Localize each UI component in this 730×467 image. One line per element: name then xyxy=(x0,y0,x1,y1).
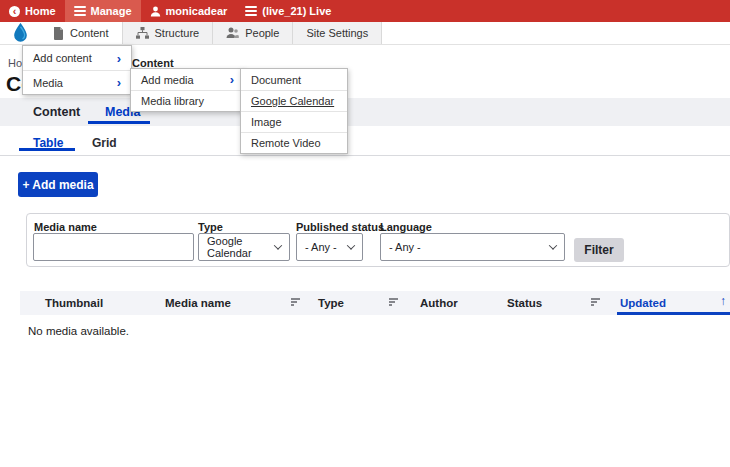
column-header-updated[interactable]: Updated xyxy=(620,297,666,309)
menu-item-add-content-label: Add content xyxy=(33,52,92,64)
toolbar-home-button[interactable]: ‹ Home xyxy=(0,0,65,22)
published-status-label: Published status xyxy=(296,221,384,233)
menu-item-remote-video-label: Remote Video xyxy=(251,137,321,149)
column-header-status[interactable]: Status xyxy=(507,297,542,309)
tab-grid[interactable]: Grid xyxy=(92,136,117,150)
nav-tab-people-label: People xyxy=(245,27,279,39)
file-icon xyxy=(53,27,64,40)
menu-item-google-calendar[interactable]: Google Calendar xyxy=(241,90,347,111)
admin-toolbar: ‹ Home Manage monicadear (live_21) Live xyxy=(0,0,730,22)
type-select-value: Google Calendar xyxy=(207,235,275,259)
sort-asc-icon[interactable]: ↑ xyxy=(720,294,726,308)
menu-item-media-label: Media xyxy=(33,77,63,89)
menu-item-media[interactable]: Media › xyxy=(23,70,131,94)
column-header-type[interactable]: Type xyxy=(318,297,344,309)
add-media-submenu: Document Google Calendar Image Remote Vi… xyxy=(240,68,348,154)
toolbar-user-button[interactable]: monicadear xyxy=(141,0,237,22)
menu-icon xyxy=(74,6,86,16)
column-header-media-name[interactable]: Media name xyxy=(165,297,231,309)
media-submenu: Add media › Media library xyxy=(130,68,245,112)
menu-item-document[interactable]: Document xyxy=(241,69,347,90)
chevron-down-icon xyxy=(549,241,557,249)
published-status-select[interactable]: - Any - xyxy=(296,233,363,261)
nav-tab-structure[interactable]: Structure xyxy=(123,22,214,44)
menu-item-image-label: Image xyxy=(251,116,282,128)
toolbar-home-label: Home xyxy=(25,5,56,17)
layers-icon xyxy=(245,6,257,16)
people-icon xyxy=(226,27,239,39)
sort-icon[interactable] xyxy=(389,298,399,306)
toolbar-manage-button[interactable]: Manage xyxy=(65,0,141,22)
drupal-logo[interactable] xyxy=(0,22,40,44)
menu-item-media-library-label: Media library xyxy=(141,95,204,107)
column-header-thumbnail: Thumbnail xyxy=(45,297,103,309)
add-media-button[interactable]: + Add media xyxy=(18,172,98,197)
type-select[interactable]: Google Calendar xyxy=(198,233,290,261)
nav-tab-site-settings[interactable]: Site Settings xyxy=(293,22,382,44)
subtabs-divider xyxy=(0,155,730,156)
media-name-label: Media name xyxy=(34,221,97,233)
empty-table-message: No media available. xyxy=(28,325,129,337)
filter-form: Media name Type Google Calendar Publishe… xyxy=(26,213,730,267)
chevron-right-icon: › xyxy=(117,52,121,65)
nav-tab-structure-label: Structure xyxy=(155,27,200,39)
filter-button[interactable]: Filter xyxy=(574,238,624,262)
chevron-down-icon xyxy=(347,241,355,249)
sitemap-icon xyxy=(136,27,149,39)
media-name-input[interactable] xyxy=(33,233,194,261)
language-label: Language xyxy=(380,221,432,233)
sort-icon[interactable] xyxy=(291,298,301,306)
nav-tab-people[interactable]: People xyxy=(213,22,293,44)
language-select[interactable]: - Any - xyxy=(380,233,565,261)
menu-item-media-library[interactable]: Media library xyxy=(131,90,244,111)
admin-menu-bar: Content Structure People Site Settings xyxy=(0,22,730,45)
toolbar-user-label: monicadear xyxy=(166,5,228,17)
toolbar-environment-button[interactable]: (live_21) Live xyxy=(236,0,340,22)
menu-item-add-media-label: Add media xyxy=(141,74,194,86)
sorted-column-indicator xyxy=(617,312,730,315)
nav-tab-site-settings-label: Site Settings xyxy=(306,27,368,39)
chevron-down-icon xyxy=(274,241,282,249)
nav-tab-content[interactable]: Content xyxy=(40,22,123,44)
published-status-value: - Any - xyxy=(305,241,337,253)
active-subtab-indicator xyxy=(19,148,75,151)
menu-item-add-media[interactable]: Add media › xyxy=(131,69,244,90)
menu-item-remote-video[interactable]: Remote Video xyxy=(241,132,347,153)
menu-item-add-content[interactable]: Add content › xyxy=(23,46,131,70)
tab-content[interactable]: Content xyxy=(33,105,80,119)
menu-item-image[interactable]: Image xyxy=(241,111,347,132)
content-dropdown-menu: Add content › Media › xyxy=(22,45,132,95)
column-header-author: Author xyxy=(420,297,458,309)
language-select-value: - Any - xyxy=(389,241,421,253)
chevron-right-icon: › xyxy=(117,76,121,89)
nav-tab-content-label: Content xyxy=(70,27,109,39)
chevron-right-icon: › xyxy=(230,73,234,86)
active-tab-indicator xyxy=(88,121,150,124)
menu-item-document-label: Document xyxy=(251,74,301,86)
type-label: Type xyxy=(198,221,223,233)
toolbar-environment-label: (live_21) Live xyxy=(262,5,331,17)
drupal-admin-media-page: ‹ Home Manage monicadear (live_21) Live … xyxy=(0,0,730,467)
toolbar-manage-label: Manage xyxy=(91,5,132,17)
back-icon: ‹ xyxy=(9,6,20,17)
user-icon xyxy=(150,6,161,17)
sort-icon[interactable] xyxy=(591,298,601,306)
drupal-droplet-icon xyxy=(12,23,29,43)
menu-item-google-calendar-label: Google Calendar xyxy=(251,95,334,107)
